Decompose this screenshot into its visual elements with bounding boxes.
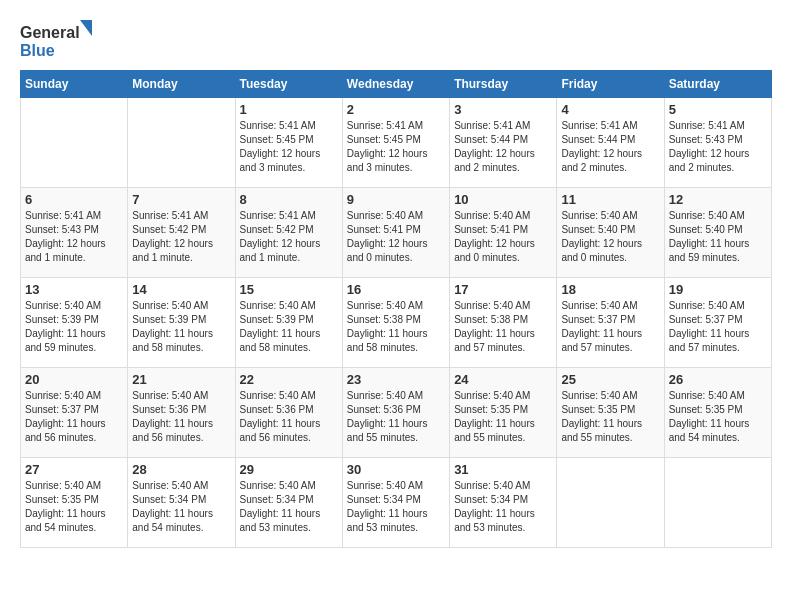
calendar-cell: 25Sunrise: 5:40 AM Sunset: 5:35 PM Dayli… <box>557 368 664 458</box>
day-info: Sunrise: 5:40 AM Sunset: 5:39 PM Dayligh… <box>240 299 338 355</box>
day-number: 10 <box>454 192 552 207</box>
calendar-cell: 20Sunrise: 5:40 AM Sunset: 5:37 PM Dayli… <box>21 368 128 458</box>
day-number: 13 <box>25 282 123 297</box>
day-number: 22 <box>240 372 338 387</box>
day-number: 5 <box>669 102 767 117</box>
day-info: Sunrise: 5:41 AM Sunset: 5:44 PM Dayligh… <box>454 119 552 175</box>
calendar-cell <box>21 98 128 188</box>
calendar-week-row: 6Sunrise: 5:41 AM Sunset: 5:43 PM Daylig… <box>21 188 772 278</box>
day-number: 28 <box>132 462 230 477</box>
svg-marker-2 <box>80 20 92 36</box>
calendar-cell: 7Sunrise: 5:41 AM Sunset: 5:42 PM Daylig… <box>128 188 235 278</box>
calendar-week-row: 20Sunrise: 5:40 AM Sunset: 5:37 PM Dayli… <box>21 368 772 458</box>
day-info: Sunrise: 5:40 AM Sunset: 5:38 PM Dayligh… <box>347 299 445 355</box>
weekday-header: Thursday <box>450 71 557 98</box>
day-info: Sunrise: 5:40 AM Sunset: 5:38 PM Dayligh… <box>454 299 552 355</box>
day-number: 31 <box>454 462 552 477</box>
day-number: 27 <box>25 462 123 477</box>
calendar-cell: 8Sunrise: 5:41 AM Sunset: 5:42 PM Daylig… <box>235 188 342 278</box>
day-number: 23 <box>347 372 445 387</box>
weekday-header: Friday <box>557 71 664 98</box>
svg-text:Blue: Blue <box>20 42 55 59</box>
calendar-week-row: 27Sunrise: 5:40 AM Sunset: 5:35 PM Dayli… <box>21 458 772 548</box>
day-info: Sunrise: 5:41 AM Sunset: 5:43 PM Dayligh… <box>669 119 767 175</box>
day-number: 19 <box>669 282 767 297</box>
calendar-cell: 30Sunrise: 5:40 AM Sunset: 5:34 PM Dayli… <box>342 458 449 548</box>
calendar-cell: 1Sunrise: 5:41 AM Sunset: 5:45 PM Daylig… <box>235 98 342 188</box>
calendar-body: 1Sunrise: 5:41 AM Sunset: 5:45 PM Daylig… <box>21 98 772 548</box>
day-number: 24 <box>454 372 552 387</box>
day-number: 25 <box>561 372 659 387</box>
calendar-cell: 10Sunrise: 5:40 AM Sunset: 5:41 PM Dayli… <box>450 188 557 278</box>
calendar-cell: 22Sunrise: 5:40 AM Sunset: 5:36 PM Dayli… <box>235 368 342 458</box>
day-number: 1 <box>240 102 338 117</box>
day-number: 16 <box>347 282 445 297</box>
day-number: 18 <box>561 282 659 297</box>
day-number: 4 <box>561 102 659 117</box>
calendar-cell: 15Sunrise: 5:40 AM Sunset: 5:39 PM Dayli… <box>235 278 342 368</box>
day-info: Sunrise: 5:40 AM Sunset: 5:41 PM Dayligh… <box>347 209 445 265</box>
day-info: Sunrise: 5:40 AM Sunset: 5:37 PM Dayligh… <box>25 389 123 445</box>
logo-svg: GeneralBlue <box>20 20 100 60</box>
day-number: 30 <box>347 462 445 477</box>
logo: GeneralBlue <box>20 20 100 60</box>
calendar-cell <box>128 98 235 188</box>
page-header: GeneralBlue <box>20 20 772 60</box>
day-number: 8 <box>240 192 338 207</box>
calendar-cell: 26Sunrise: 5:40 AM Sunset: 5:35 PM Dayli… <box>664 368 771 458</box>
day-info: Sunrise: 5:41 AM Sunset: 5:43 PM Dayligh… <box>25 209 123 265</box>
day-info: Sunrise: 5:40 AM Sunset: 5:35 PM Dayligh… <box>669 389 767 445</box>
calendar-cell: 29Sunrise: 5:40 AM Sunset: 5:34 PM Dayli… <box>235 458 342 548</box>
day-info: Sunrise: 5:40 AM Sunset: 5:40 PM Dayligh… <box>669 209 767 265</box>
day-info: Sunrise: 5:40 AM Sunset: 5:35 PM Dayligh… <box>454 389 552 445</box>
day-info: Sunrise: 5:40 AM Sunset: 5:36 PM Dayligh… <box>347 389 445 445</box>
calendar-cell: 31Sunrise: 5:40 AM Sunset: 5:34 PM Dayli… <box>450 458 557 548</box>
weekday-header: Monday <box>128 71 235 98</box>
calendar-cell: 23Sunrise: 5:40 AM Sunset: 5:36 PM Dayli… <box>342 368 449 458</box>
day-info: Sunrise: 5:41 AM Sunset: 5:44 PM Dayligh… <box>561 119 659 175</box>
calendar-cell: 2Sunrise: 5:41 AM Sunset: 5:45 PM Daylig… <box>342 98 449 188</box>
day-info: Sunrise: 5:41 AM Sunset: 5:42 PM Dayligh… <box>132 209 230 265</box>
calendar-cell: 17Sunrise: 5:40 AM Sunset: 5:38 PM Dayli… <box>450 278 557 368</box>
calendar-cell: 24Sunrise: 5:40 AM Sunset: 5:35 PM Dayli… <box>450 368 557 458</box>
day-number: 21 <box>132 372 230 387</box>
calendar-cell: 11Sunrise: 5:40 AM Sunset: 5:40 PM Dayli… <box>557 188 664 278</box>
calendar-cell: 21Sunrise: 5:40 AM Sunset: 5:36 PM Dayli… <box>128 368 235 458</box>
weekday-header: Saturday <box>664 71 771 98</box>
weekday-header: Sunday <box>21 71 128 98</box>
day-number: 20 <box>25 372 123 387</box>
day-info: Sunrise: 5:40 AM Sunset: 5:34 PM Dayligh… <box>454 479 552 535</box>
calendar-cell: 9Sunrise: 5:40 AM Sunset: 5:41 PM Daylig… <box>342 188 449 278</box>
day-info: Sunrise: 5:40 AM Sunset: 5:37 PM Dayligh… <box>561 299 659 355</box>
day-info: Sunrise: 5:40 AM Sunset: 5:34 PM Dayligh… <box>347 479 445 535</box>
calendar-header: SundayMondayTuesdayWednesdayThursdayFrid… <box>21 71 772 98</box>
weekday-row: SundayMondayTuesdayWednesdayThursdayFrid… <box>21 71 772 98</box>
day-info: Sunrise: 5:41 AM Sunset: 5:42 PM Dayligh… <box>240 209 338 265</box>
day-info: Sunrise: 5:40 AM Sunset: 5:36 PM Dayligh… <box>132 389 230 445</box>
day-info: Sunrise: 5:40 AM Sunset: 5:37 PM Dayligh… <box>669 299 767 355</box>
calendar-week-row: 1Sunrise: 5:41 AM Sunset: 5:45 PM Daylig… <box>21 98 772 188</box>
weekday-header: Wednesday <box>342 71 449 98</box>
day-info: Sunrise: 5:40 AM Sunset: 5:36 PM Dayligh… <box>240 389 338 445</box>
day-info: Sunrise: 5:41 AM Sunset: 5:45 PM Dayligh… <box>240 119 338 175</box>
calendar-table: SundayMondayTuesdayWednesdayThursdayFrid… <box>20 70 772 548</box>
day-info: Sunrise: 5:40 AM Sunset: 5:39 PM Dayligh… <box>25 299 123 355</box>
day-number: 7 <box>132 192 230 207</box>
calendar-cell: 19Sunrise: 5:40 AM Sunset: 5:37 PM Dayli… <box>664 278 771 368</box>
day-info: Sunrise: 5:40 AM Sunset: 5:35 PM Dayligh… <box>561 389 659 445</box>
day-number: 6 <box>25 192 123 207</box>
calendar-cell <box>664 458 771 548</box>
day-info: Sunrise: 5:40 AM Sunset: 5:35 PM Dayligh… <box>25 479 123 535</box>
calendar-cell: 3Sunrise: 5:41 AM Sunset: 5:44 PM Daylig… <box>450 98 557 188</box>
day-info: Sunrise: 5:40 AM Sunset: 5:39 PM Dayligh… <box>132 299 230 355</box>
day-number: 9 <box>347 192 445 207</box>
day-number: 17 <box>454 282 552 297</box>
day-info: Sunrise: 5:41 AM Sunset: 5:45 PM Dayligh… <box>347 119 445 175</box>
svg-text:General: General <box>20 24 80 41</box>
calendar-cell: 6Sunrise: 5:41 AM Sunset: 5:43 PM Daylig… <box>21 188 128 278</box>
day-number: 26 <box>669 372 767 387</box>
calendar-cell: 4Sunrise: 5:41 AM Sunset: 5:44 PM Daylig… <box>557 98 664 188</box>
calendar-cell: 14Sunrise: 5:40 AM Sunset: 5:39 PM Dayli… <box>128 278 235 368</box>
day-info: Sunrise: 5:40 AM Sunset: 5:41 PM Dayligh… <box>454 209 552 265</box>
day-number: 12 <box>669 192 767 207</box>
